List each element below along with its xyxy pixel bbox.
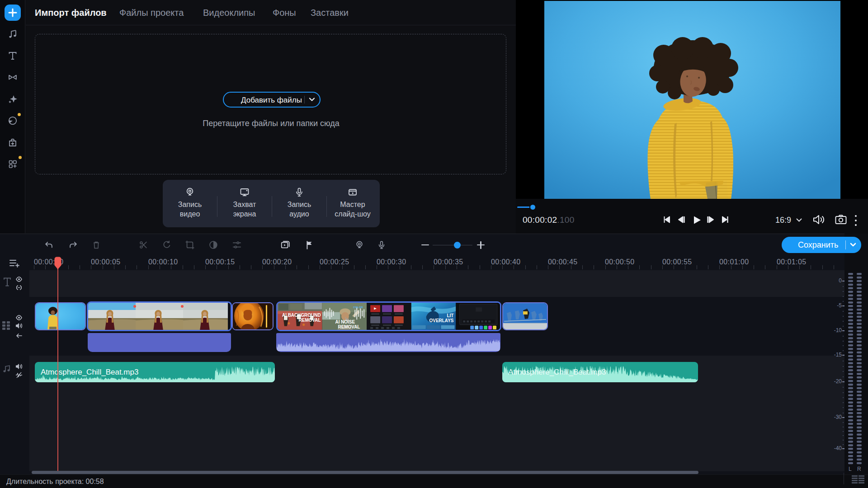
svg-text:LIT: LIT [447, 313, 454, 318]
svg-text:REMOVAL: REMOVAL [338, 324, 360, 329]
svg-text:COLOR: COLOR [353, 305, 363, 309]
svg-text:AI BACKGROUND: AI BACKGROUND [282, 313, 321, 318]
svg-text:OVERLAYS: OVERLAYS [429, 318, 454, 323]
svg-text:REMOVAL: REMOVAL [299, 318, 321, 323]
svg-text:AI NOISE: AI NOISE [335, 319, 355, 324]
